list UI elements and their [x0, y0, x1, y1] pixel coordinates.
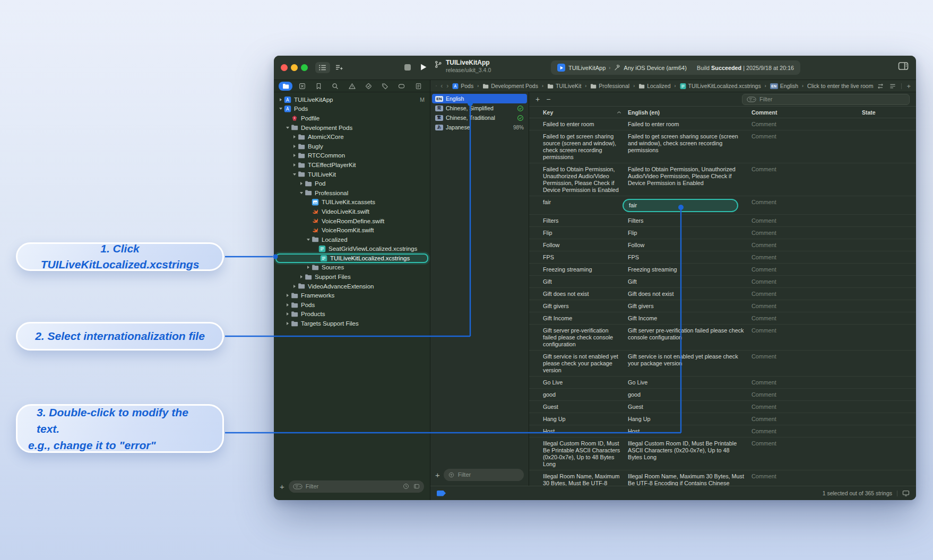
string-english-cell[interactable]: Host	[628, 428, 751, 435]
tree-item-tuilivekit-xcassets[interactable]: TUILiveKit.xcassets	[274, 198, 430, 207]
string-row-good[interactable]: goodgoodComment	[529, 389, 916, 401]
string-english-cell[interactable]: Gift server pre-verification failed plea…	[628, 327, 751, 341]
string-key-cell[interactable]: FPS	[529, 254, 628, 261]
language-row-chinese-simplified[interactable]: 简Chinese, Simplified	[432, 103, 527, 113]
inspector-toggle-button[interactable]	[897, 62, 909, 71]
scheme-name[interactable]: TUILiveKitApp	[568, 65, 606, 71]
string-comment-cell[interactable]: Comment	[751, 303, 862, 310]
chevron-open-icon[interactable]	[278, 108, 283, 110]
breadcrumb-item-pods[interactable]: Pods	[452, 83, 473, 89]
bookmark-navigator-tab[interactable]	[312, 82, 326, 91]
string-row-fair[interactable]: fairfairComment	[529, 196, 916, 215]
related-items-icon[interactable]	[436, 83, 437, 89]
lines-icon[interactable]	[889, 83, 896, 89]
tree-item-support-files[interactable]: Support Files	[274, 272, 430, 282]
string-comment-cell[interactable]: Comment	[751, 473, 862, 480]
stop-button[interactable]	[404, 64, 411, 71]
string-comment-cell[interactable]: Comment	[751, 327, 862, 334]
chevron-closed-icon[interactable]	[285, 312, 290, 316]
string-comment-cell[interactable]: Comment	[751, 379, 862, 386]
tree-item-pods[interactable]: Pods	[274, 300, 430, 310]
test-navigator-tab[interactable]	[361, 82, 375, 91]
breadcrumb-item-click-to-enter-the-live-room[interactable]: Click to enter the live room	[807, 83, 873, 89]
breadcrumb-item-localized[interactable]: Localized	[638, 83, 670, 89]
back-button[interactable]: ‹	[440, 82, 443, 90]
tree-item-development-pods[interactable]: Development Pods	[274, 123, 430, 133]
string-key-cell[interactable]: Gift service is not enabled yet please c…	[529, 353, 628, 374]
string-key-cell[interactable]: Failed to get screen sharing source (scr…	[529, 133, 628, 161]
string-comment-cell[interactable]: Comment	[751, 199, 862, 206]
string-row-gift-server-pre-verification-failed-plea[interactable]: Gift server pre-verification failed plea…	[529, 325, 916, 351]
tree-item-voiceroomdefine-swift[interactable]: VoiceRoomDefine.swift	[274, 216, 430, 226]
chevron-open-icon[interactable]	[292, 173, 297, 176]
string-comment-cell[interactable]: Comment	[751, 353, 862, 360]
string-comment-cell[interactable]: Comment	[751, 242, 862, 249]
project-navigator-tab[interactable]	[279, 82, 292, 91]
chevron-closed-icon[interactable]	[299, 275, 304, 278]
string-key-cell[interactable]: Host	[529, 428, 628, 435]
string-english-cell[interactable]: Gift givers	[628, 303, 751, 310]
tree-item-targets-support-files[interactable]: Targets Support Files	[274, 319, 430, 328]
chevron-open-icon[interactable]	[285, 127, 290, 129]
navigator-add-button[interactable]: +	[280, 483, 284, 491]
string-english-cell[interactable]: Gift Income	[628, 315, 751, 322]
language-row-japanese[interactable]: あJapanese98%	[432, 122, 527, 132]
string-english-cell[interactable]: Gift service is not enabled yet please c…	[628, 353, 751, 367]
string-comment-cell[interactable]: Comment	[751, 416, 862, 423]
string-key-cell[interactable]: Gift Income	[529, 315, 628, 322]
string-english-cell[interactable]: fair	[628, 199, 751, 212]
string-row-guest[interactable]: GuestGuestComment	[529, 401, 916, 413]
column-comment[interactable]: Comment	[751, 109, 862, 116]
string-comment-cell[interactable]: Comment	[751, 391, 862, 398]
tree-item-videoadvanceextension[interactable]: VideoAdvanceExtension	[274, 282, 430, 291]
breadcrumb-item-tuilivekit[interactable]: TUILiveKit	[547, 83, 581, 89]
tree-item-videolivekit-swift[interactable]: VideoLiveKit.swift	[274, 207, 430, 216]
strings-filter-field[interactable]: Filter	[742, 94, 910, 105]
tree-item-rtccommon[interactable]: RTCCommon	[274, 151, 430, 161]
string-english-cell[interactable]: Freezing streaming	[628, 266, 751, 273]
string-english-cell[interactable]: Failed to Obtain Permission, Unauthorize…	[628, 166, 751, 187]
string-row-go-live[interactable]: Go LiveGo LiveComment	[529, 377, 916, 389]
string-row-failed-to-enter-room[interactable]: Failed to enter roomFailed to enter room…	[529, 118, 916, 130]
string-comment-cell[interactable]: Comment	[751, 291, 862, 298]
string-key-cell[interactable]: fair	[529, 199, 628, 206]
string-english-cell[interactable]: Gift	[628, 278, 751, 285]
add-editor-button[interactable]	[332, 62, 346, 73]
report-navigator-tab[interactable]	[411, 82, 425, 91]
string-row-follow[interactable]: FollowFollowComment	[529, 239, 916, 251]
string-row-host[interactable]: HostHostComment	[529, 425, 916, 438]
changes-navigator-tab[interactable]	[295, 82, 309, 91]
chevron-closed-icon[interactable]	[299, 182, 304, 185]
string-english-cell[interactable]: FPS	[628, 254, 751, 261]
string-english-cell[interactable]: Illegal Room Name, Maximum 30 Bytes, Mus…	[628, 473, 751, 486]
tree-item-tuilivekit[interactable]: TUILiveKit	[274, 170, 430, 179]
string-comment-cell[interactable]: Comment	[751, 166, 862, 173]
string-row-gift-does-not-exist[interactable]: Gift does not existGift does not existCo…	[529, 288, 916, 300]
language-filter-field[interactable]: Filter	[444, 469, 524, 481]
string-english-cell[interactable]: Failed to enter room	[628, 121, 751, 128]
language-row-chinese-traditional[interactable]: 繁Chinese, Traditional	[432, 113, 527, 122]
string-key-cell[interactable]: Flip	[529, 230, 628, 237]
chevron-closed-icon[interactable]	[292, 285, 297, 288]
tree-item-podfile[interactable]: Podfile	[274, 113, 430, 123]
tree-item-frameworks[interactable]: Frameworks	[274, 291, 430, 300]
string-comment-cell[interactable]: Comment	[751, 278, 862, 285]
string-row-gift[interactable]: GiftGiftComment	[529, 276, 916, 288]
string-key-cell[interactable]: Hang Up	[529, 416, 628, 423]
string-comment-cell[interactable]: Comment	[751, 217, 862, 224]
string-comment-cell[interactable]: Comment	[751, 404, 862, 410]
string-english-cell[interactable]: Follow	[628, 242, 751, 249]
breadcrumb-item-english[interactable]: ENEnglish	[770, 83, 798, 89]
display-icon[interactable]	[902, 490, 910, 496]
debug-navigator-tab[interactable]	[378, 82, 392, 91]
string-comment-cell[interactable]: Comment	[751, 315, 862, 322]
string-comment-cell[interactable]: Comment	[751, 254, 862, 261]
swap-arrows-icon[interactable]	[877, 83, 884, 89]
close-window-button[interactable]	[281, 64, 288, 71]
string-comment-cell[interactable]: Comment	[751, 428, 862, 435]
zoom-window-button[interactable]	[301, 64, 308, 71]
chevron-closed-icon[interactable]	[292, 135, 297, 138]
column-key[interactable]: Key	[529, 109, 628, 116]
breadcrumb-item-tuilivekitlocalized-xcstrings[interactable]: TUILiveKitLocalized.xcstrings	[680, 83, 761, 89]
string-comment-cell[interactable]: Comment	[751, 266, 862, 273]
